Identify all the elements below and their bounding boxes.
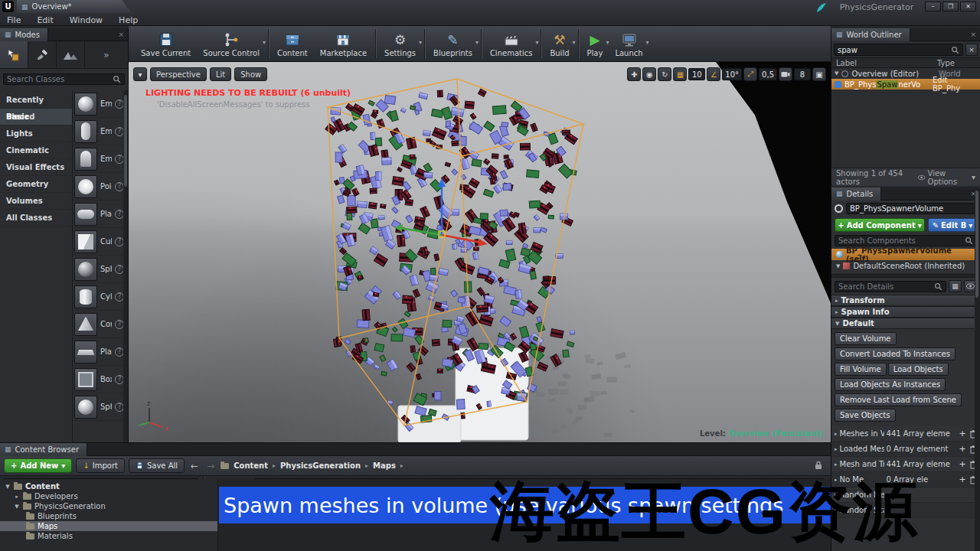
view-mode-button[interactable]: Lit xyxy=(210,67,231,81)
menu-edit[interactable]: Edit xyxy=(35,15,54,25)
tree-item-content[interactable]: ▼ Content xyxy=(0,481,217,491)
section-transform[interactable]: ▸ Transform xyxy=(831,295,980,306)
load-objects-button[interactable]: Load Objects xyxy=(888,363,949,376)
rotation-snap-button[interactable]: ∠ xyxy=(707,67,720,81)
rotation-snap-value[interactable]: 10° xyxy=(722,68,742,80)
build-button[interactable]: ⚒ Build ▾ xyxy=(544,29,575,58)
placeable-item[interactable]: Con? xyxy=(73,311,128,338)
search-details-input[interactable]: Search Details xyxy=(835,281,946,292)
category-cinematic[interactable]: Cinematic xyxy=(0,142,72,159)
add-element-button[interactable]: + xyxy=(958,444,967,454)
level-tab[interactable]: ▦ Overview* xyxy=(17,0,132,13)
property-matrix-button[interactable]: ▦ xyxy=(949,280,962,292)
property-row[interactable]: ▸ Mesh and Tra 441 Array eleme + xyxy=(832,457,979,472)
component-row-self[interactable]: BP_PhysSpawnerVolume (self) xyxy=(831,249,980,260)
add-element-button[interactable]: + xyxy=(958,459,967,469)
remove-last-load-button[interactable]: Remove Last Load from Scene xyxy=(835,393,962,406)
close-panel-icon[interactable]: × xyxy=(970,31,976,38)
placeable-item[interactable]: Pla? xyxy=(73,201,128,228)
back-button[interactable]: ← xyxy=(188,461,201,471)
placeable-item[interactable]: Sph? xyxy=(73,393,128,421)
section-spawn-info[interactable]: ▸ Spawn Info xyxy=(831,306,980,318)
import-button[interactable]: ↓ Import xyxy=(76,458,125,473)
save-all-button[interactable]: Save All xyxy=(129,458,185,473)
tab-details[interactable]: ▦ Details xyxy=(831,187,881,201)
placeable-item[interactable]: Em? xyxy=(73,118,128,145)
clear-search-button[interactable]: × xyxy=(965,44,978,56)
details-scrollbar[interactable] xyxy=(975,187,980,551)
marketplace-button[interactable]: Marketplace xyxy=(314,29,373,58)
menu-window[interactable]: Window xyxy=(68,15,104,25)
load-objects-instances-button[interactable]: Load Objects As Instances xyxy=(835,378,946,391)
expand-icon[interactable]: ▼ xyxy=(836,263,840,269)
placeable-item[interactable]: Sph? xyxy=(73,256,128,283)
section-default[interactable]: ▼ Default xyxy=(831,318,980,329)
edit-blueprint-link[interactable]: Edit BP_Phy xyxy=(933,76,977,93)
source-control-button[interactable]: Source Control ▾ xyxy=(197,29,266,58)
placeable-item[interactable]: Cyl? xyxy=(73,283,128,311)
close-panel-icon[interactable]: × xyxy=(118,31,124,38)
grid-snap-button[interactable]: ▦ xyxy=(673,67,687,81)
grid-snap-value[interactable]: 10 xyxy=(688,68,705,80)
world-space-button[interactable]: ◉ xyxy=(642,67,656,81)
search-components-input[interactable]: Search Components xyxy=(835,235,977,246)
tree-item-physicsgeneration[interactable]: ▼ PhysicsGeneration xyxy=(0,501,217,511)
edit-blueprint-button[interactable]: ✎ Edit B ▾ xyxy=(928,218,977,232)
convert-loaded-button[interactable]: Convert Loaded To Instances xyxy=(835,347,956,360)
actor-name-field[interactable]: BP_PhysSpawnerVolume xyxy=(846,203,977,214)
placeable-item[interactable]: Em? xyxy=(73,90,128,118)
restore-button[interactable]: ❐ xyxy=(942,2,959,11)
placeable-item[interactable]: Pla? xyxy=(73,338,128,366)
save-objects-button[interactable]: Save Objects xyxy=(835,409,896,422)
camera-speed-button[interactable] xyxy=(779,67,792,81)
viewport[interactable]: z x ▾ Perspective Lit Show ✚ ◉ ↻ ▦ 10 ∠ … xyxy=(129,62,831,442)
modes-scrollbar[interactable] xyxy=(123,90,128,442)
tree-item-materials[interactable]: Materials xyxy=(0,531,217,541)
viewport-options-button[interactable]: ▾ xyxy=(133,67,147,81)
category-lights[interactable]: Lights xyxy=(0,126,72,142)
place-mode-button[interactable] xyxy=(0,41,28,68)
translate-tool-button[interactable]: ✚ xyxy=(627,67,641,81)
placeable-item[interactable]: Poi? xyxy=(73,173,128,201)
menu-file[interactable]: File xyxy=(5,15,22,25)
placeable-item[interactable]: Em? xyxy=(73,145,128,173)
scale-snap-button[interactable]: ⤢ xyxy=(743,67,757,81)
clear-volume-button[interactable]: Clear Volume xyxy=(835,332,897,345)
landscape-mode-button[interactable] xyxy=(57,41,85,68)
more-modes-button[interactable]: » xyxy=(85,41,128,68)
tree-item-maps[interactable]: Maps xyxy=(0,521,217,531)
placeable-item[interactable]: Cub? xyxy=(73,228,128,256)
tab-world-outliner[interactable]: ▦ World Outliner xyxy=(831,28,910,41)
save-current-button[interactable]: Save Current xyxy=(135,29,197,58)
minimize-button[interactable]: – xyxy=(925,2,941,11)
blueprints-button[interactable]: ✎ Blueprints ▾ xyxy=(427,29,479,58)
scale-snap-value[interactable]: 0,5 xyxy=(759,68,777,80)
category-visual-effects[interactable]: Visual Effects xyxy=(0,159,72,176)
lock-button[interactable] xyxy=(815,461,822,471)
category-basic[interactable]: Basic xyxy=(0,109,72,126)
launch-button[interactable]: Launch ▾ xyxy=(609,29,648,58)
property-row[interactable]: ▸ Meshes in Vo 441 Array eleme + xyxy=(832,426,979,442)
tree-item-developers[interactable]: ▸ Developers xyxy=(0,491,217,501)
breadcrumb-maps[interactable]: Maps xyxy=(373,461,396,470)
paint-mode-button[interactable] xyxy=(28,41,57,68)
content-button[interactable]: Content xyxy=(271,29,314,58)
tab-content-browser[interactable]: ▦ Content Browser xyxy=(0,443,87,456)
expand-icon[interactable]: ▼ xyxy=(835,70,838,77)
rotate-tool-button[interactable]: ↻ xyxy=(658,67,671,81)
category-all-classes[interactable]: All Classes xyxy=(0,210,72,227)
menu-help[interactable]: Help xyxy=(117,15,139,25)
add-element-button[interactable]: + xyxy=(958,474,967,484)
cinematics-button[interactable]: Cinematics ▾ xyxy=(484,29,539,58)
splitter[interactable] xyxy=(831,274,980,278)
perspective-button[interactable]: Perspective xyxy=(150,67,207,81)
outliner-search-input[interactable]: spaw xyxy=(834,44,963,56)
breadcrumb-physicsgeneration[interactable]: PhysicsGeneration xyxy=(280,461,361,470)
breadcrumb-content[interactable]: Content xyxy=(234,461,268,470)
category-recently-placed[interactable]: Recently Placed xyxy=(0,92,72,109)
maximize-viewport-button[interactable]: ▣ xyxy=(812,67,826,81)
fill-volume-button[interactable]: Fill Volume xyxy=(835,363,887,376)
search-classes-box[interactable]: Search Classes xyxy=(3,73,125,85)
tab-modes[interactable]: ▦ Modes xyxy=(0,28,48,41)
add-new-button[interactable]: + Add New ▾ xyxy=(4,458,72,473)
